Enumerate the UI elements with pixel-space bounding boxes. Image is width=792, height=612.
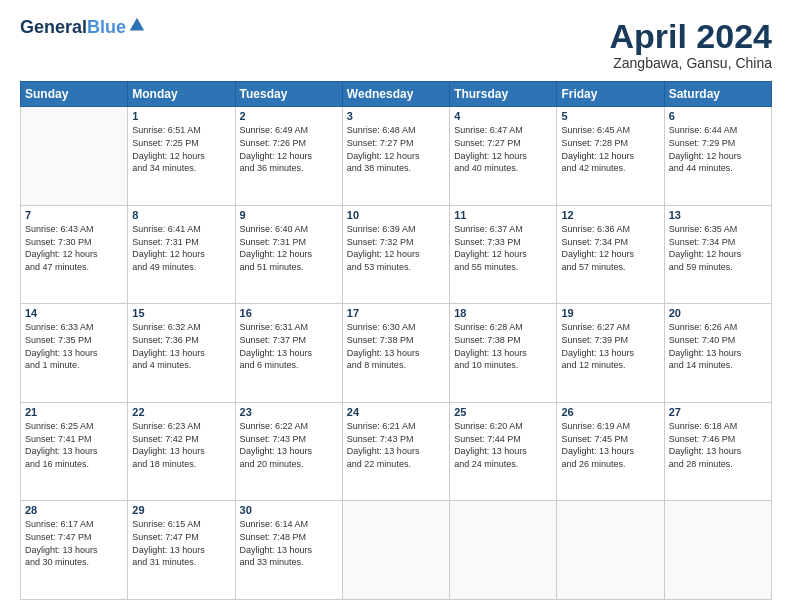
day-cell: 6Sunrise: 6:44 AM Sunset: 7:29 PM Daylig… (664, 107, 771, 206)
day-cell: 5Sunrise: 6:45 AM Sunset: 7:28 PM Daylig… (557, 107, 664, 206)
day-info: Sunrise: 6:37 AM Sunset: 7:33 PM Dayligh… (454, 223, 552, 273)
svg-marker-0 (130, 18, 144, 31)
day-info: Sunrise: 6:36 AM Sunset: 7:34 PM Dayligh… (561, 223, 659, 273)
day-number: 11 (454, 209, 552, 221)
day-cell: 22Sunrise: 6:23 AM Sunset: 7:42 PM Dayli… (128, 402, 235, 501)
day-number: 8 (132, 209, 230, 221)
day-info: Sunrise: 6:51 AM Sunset: 7:25 PM Dayligh… (132, 124, 230, 174)
day-cell: 17Sunrise: 6:30 AM Sunset: 7:38 PM Dayli… (342, 304, 449, 403)
day-cell: 12Sunrise: 6:36 AM Sunset: 7:34 PM Dayli… (557, 205, 664, 304)
day-number: 7 (25, 209, 123, 221)
day-number: 25 (454, 406, 552, 418)
day-info: Sunrise: 6:35 AM Sunset: 7:34 PM Dayligh… (669, 223, 767, 273)
day-number: 13 (669, 209, 767, 221)
day-number: 14 (25, 307, 123, 319)
week-row-3: 14Sunrise: 6:33 AM Sunset: 7:35 PM Dayli… (21, 304, 772, 403)
day-number: 19 (561, 307, 659, 319)
day-header-sunday: Sunday (21, 82, 128, 107)
day-info: Sunrise: 6:18 AM Sunset: 7:46 PM Dayligh… (669, 420, 767, 470)
day-info: Sunrise: 6:33 AM Sunset: 7:35 PM Dayligh… (25, 321, 123, 371)
day-cell (557, 501, 664, 600)
day-cell: 1Sunrise: 6:51 AM Sunset: 7:25 PM Daylig… (128, 107, 235, 206)
day-info: Sunrise: 6:45 AM Sunset: 7:28 PM Dayligh… (561, 124, 659, 174)
week-row-2: 7Sunrise: 6:43 AM Sunset: 7:30 PM Daylig… (21, 205, 772, 304)
day-cell: 30Sunrise: 6:14 AM Sunset: 7:48 PM Dayli… (235, 501, 342, 600)
day-info: Sunrise: 6:47 AM Sunset: 7:27 PM Dayligh… (454, 124, 552, 174)
day-cell: 13Sunrise: 6:35 AM Sunset: 7:34 PM Dayli… (664, 205, 771, 304)
day-number: 22 (132, 406, 230, 418)
day-cell: 18Sunrise: 6:28 AM Sunset: 7:38 PM Dayli… (450, 304, 557, 403)
day-number: 1 (132, 110, 230, 122)
day-info: Sunrise: 6:21 AM Sunset: 7:43 PM Dayligh… (347, 420, 445, 470)
day-info: Sunrise: 6:27 AM Sunset: 7:39 PM Dayligh… (561, 321, 659, 371)
day-cell: 25Sunrise: 6:20 AM Sunset: 7:44 PM Dayli… (450, 402, 557, 501)
day-cell: 20Sunrise: 6:26 AM Sunset: 7:40 PM Dayli… (664, 304, 771, 403)
day-info: Sunrise: 6:17 AM Sunset: 7:47 PM Dayligh… (25, 518, 123, 568)
day-info: Sunrise: 6:32 AM Sunset: 7:36 PM Dayligh… (132, 321, 230, 371)
day-number: 15 (132, 307, 230, 319)
location-subtitle: Zangbawa, Gansu, China (609, 55, 772, 71)
day-info: Sunrise: 6:22 AM Sunset: 7:43 PM Dayligh… (240, 420, 338, 470)
day-cell: 26Sunrise: 6:19 AM Sunset: 7:45 PM Dayli… (557, 402, 664, 501)
day-cell: 10Sunrise: 6:39 AM Sunset: 7:32 PM Dayli… (342, 205, 449, 304)
day-cell: 23Sunrise: 6:22 AM Sunset: 7:43 PM Dayli… (235, 402, 342, 501)
day-number: 26 (561, 406, 659, 418)
day-number: 24 (347, 406, 445, 418)
day-number: 28 (25, 504, 123, 516)
day-cell: 21Sunrise: 6:25 AM Sunset: 7:41 PM Dayli… (21, 402, 128, 501)
days-header-row: SundayMondayTuesdayWednesdayThursdayFrid… (21, 82, 772, 107)
day-cell: 3Sunrise: 6:48 AM Sunset: 7:27 PM Daylig… (342, 107, 449, 206)
header: GeneralBlue April 2024 Zangbawa, Gansu, … (20, 18, 772, 71)
day-number: 23 (240, 406, 338, 418)
day-cell: 15Sunrise: 6:32 AM Sunset: 7:36 PM Dayli… (128, 304, 235, 403)
day-number: 12 (561, 209, 659, 221)
day-info: Sunrise: 6:41 AM Sunset: 7:31 PM Dayligh… (132, 223, 230, 273)
page: GeneralBlue April 2024 Zangbawa, Gansu, … (0, 0, 792, 612)
day-info: Sunrise: 6:39 AM Sunset: 7:32 PM Dayligh… (347, 223, 445, 273)
day-info: Sunrise: 6:49 AM Sunset: 7:26 PM Dayligh… (240, 124, 338, 174)
logo: GeneralBlue (20, 18, 146, 38)
week-row-1: 1Sunrise: 6:51 AM Sunset: 7:25 PM Daylig… (21, 107, 772, 206)
title-block: April 2024 Zangbawa, Gansu, China (609, 18, 772, 71)
day-number: 6 (669, 110, 767, 122)
day-cell (21, 107, 128, 206)
day-info: Sunrise: 6:19 AM Sunset: 7:45 PM Dayligh… (561, 420, 659, 470)
day-cell: 11Sunrise: 6:37 AM Sunset: 7:33 PM Dayli… (450, 205, 557, 304)
day-header-friday: Friday (557, 82, 664, 107)
day-header-tuesday: Tuesday (235, 82, 342, 107)
logo-icon (128, 16, 146, 34)
day-cell: 4Sunrise: 6:47 AM Sunset: 7:27 PM Daylig… (450, 107, 557, 206)
day-cell: 7Sunrise: 6:43 AM Sunset: 7:30 PM Daylig… (21, 205, 128, 304)
day-cell: 28Sunrise: 6:17 AM Sunset: 7:47 PM Dayli… (21, 501, 128, 600)
day-header-monday: Monday (128, 82, 235, 107)
day-number: 9 (240, 209, 338, 221)
day-cell: 19Sunrise: 6:27 AM Sunset: 7:39 PM Dayli… (557, 304, 664, 403)
day-cell: 2Sunrise: 6:49 AM Sunset: 7:26 PM Daylig… (235, 107, 342, 206)
day-number: 21 (25, 406, 123, 418)
day-info: Sunrise: 6:26 AM Sunset: 7:40 PM Dayligh… (669, 321, 767, 371)
logo-text: GeneralBlue (20, 18, 126, 38)
day-number: 29 (132, 504, 230, 516)
day-info: Sunrise: 6:48 AM Sunset: 7:27 PM Dayligh… (347, 124, 445, 174)
day-info: Sunrise: 6:20 AM Sunset: 7:44 PM Dayligh… (454, 420, 552, 470)
day-number: 10 (347, 209, 445, 221)
day-cell (342, 501, 449, 600)
day-number: 30 (240, 504, 338, 516)
day-number: 27 (669, 406, 767, 418)
day-info: Sunrise: 6:25 AM Sunset: 7:41 PM Dayligh… (25, 420, 123, 470)
day-header-thursday: Thursday (450, 82, 557, 107)
day-header-saturday: Saturday (664, 82, 771, 107)
day-number: 16 (240, 307, 338, 319)
day-info: Sunrise: 6:23 AM Sunset: 7:42 PM Dayligh… (132, 420, 230, 470)
calendar-table: SundayMondayTuesdayWednesdayThursdayFrid… (20, 81, 772, 600)
day-cell: 16Sunrise: 6:31 AM Sunset: 7:37 PM Dayli… (235, 304, 342, 403)
day-number: 4 (454, 110, 552, 122)
day-cell: 24Sunrise: 6:21 AM Sunset: 7:43 PM Dayli… (342, 402, 449, 501)
day-info: Sunrise: 6:31 AM Sunset: 7:37 PM Dayligh… (240, 321, 338, 371)
day-cell (450, 501, 557, 600)
day-number: 5 (561, 110, 659, 122)
day-cell (664, 501, 771, 600)
day-number: 2 (240, 110, 338, 122)
day-cell: 27Sunrise: 6:18 AM Sunset: 7:46 PM Dayli… (664, 402, 771, 501)
day-info: Sunrise: 6:43 AM Sunset: 7:30 PM Dayligh… (25, 223, 123, 273)
